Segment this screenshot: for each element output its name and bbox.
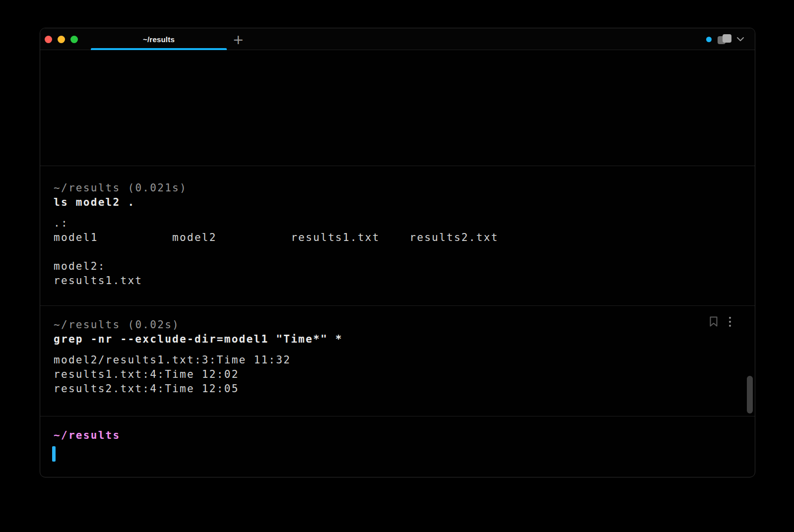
notification-dot-icon[interactable] bbox=[706, 37, 712, 42]
command-text: ls model2 . bbox=[54, 195, 755, 210]
text-cursor bbox=[52, 446, 56, 462]
windows-panes-icon[interactable] bbox=[717, 34, 733, 45]
block-path: ~/results bbox=[54, 319, 121, 331]
block-context-line: ~/results (0.021s) bbox=[54, 181, 755, 195]
minimize-button[interactable] bbox=[58, 36, 65, 43]
output-line: results2.txt:4:Time 12:05 bbox=[54, 382, 755, 396]
new-tab-button[interactable]: + bbox=[230, 28, 247, 50]
prompt-block[interactable]: ~/results bbox=[40, 416, 755, 477]
command-block-1[interactable]: ~/results (0.021s) ls model2 . .: model1… bbox=[40, 166, 755, 305]
scrollback-empty bbox=[40, 50, 755, 166]
block-duration: (0.02s) bbox=[128, 319, 180, 331]
block-actions bbox=[709, 316, 731, 327]
block-path: ~/results bbox=[54, 182, 121, 194]
terminal-window: ~/results + ~/results (0.021s) bbox=[40, 28, 755, 477]
titlebar-right-controls bbox=[706, 28, 744, 50]
output-line bbox=[54, 245, 755, 259]
bookmark-button[interactable] bbox=[709, 316, 718, 327]
scrollbar-thumb[interactable] bbox=[747, 376, 753, 414]
tab-results[interactable]: ~/results bbox=[90, 28, 228, 50]
block-context-line: ~/results (0.02s) bbox=[54, 318, 755, 332]
close-button[interactable] bbox=[45, 36, 52, 43]
output-line: model2: bbox=[54, 259, 755, 274]
bookmark-icon bbox=[709, 316, 718, 327]
titlebar[interactable]: ~/results + bbox=[40, 28, 755, 50]
block-menu-button[interactable] bbox=[729, 317, 731, 327]
output-line: .: bbox=[54, 216, 755, 231]
command-block-2[interactable]: ~/results (0.02s) grep -nr --exclude-dir… bbox=[40, 306, 755, 416]
output-line: model2/results1.txt:3:Time 11:32 bbox=[54, 353, 755, 367]
command-text: grep -nr --exclude-dir=model1 "Time*" * bbox=[54, 332, 755, 347]
kebab-menu-icon bbox=[729, 317, 731, 327]
terminal-content: ~/results (0.021s) ls model2 . .: model1… bbox=[40, 50, 755, 477]
block-duration: (0.021s) bbox=[128, 182, 187, 194]
output-line: results1.txt:4:Time 12:02 bbox=[54, 367, 755, 382]
chevron-down-icon[interactable] bbox=[737, 37, 744, 42]
output-line: model1 model2 results1.txt results2.txt bbox=[54, 231, 755, 245]
prompt-path: ~/results bbox=[54, 428, 755, 443]
tab-title: ~/results bbox=[143, 35, 175, 44]
maximize-button[interactable] bbox=[70, 36, 78, 43]
output-line: results1.txt bbox=[54, 274, 755, 288]
traffic-lights bbox=[45, 28, 78, 50]
